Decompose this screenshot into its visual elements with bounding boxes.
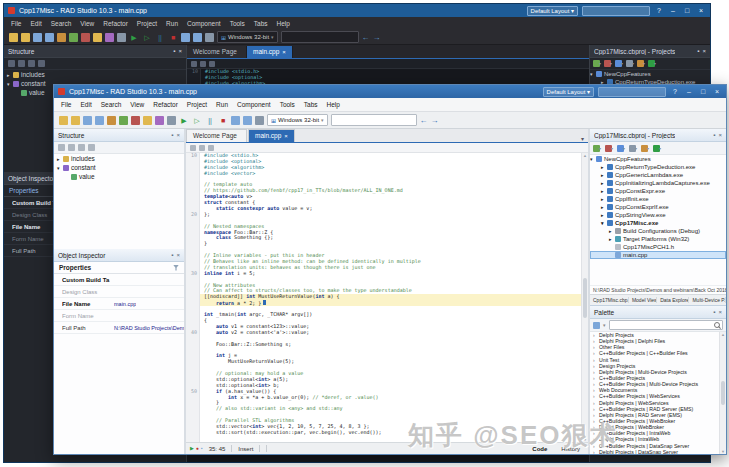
device-manager-icon[interactable]	[255, 116, 264, 125]
projects-tool[interactable]: ▾	[615, 60, 623, 67]
maximize-button[interactable]: □	[698, 88, 708, 96]
tab-close-icon[interactable]: ×	[282, 46, 286, 58]
palette-search-input[interactable]	[609, 320, 723, 330]
navigate-back-icon[interactable]: ←	[420, 116, 428, 125]
project-tree-item[interactable]: ▸Build Configurations (Debug)	[590, 227, 726, 235]
menu-item[interactable]: Tools	[230, 20, 245, 27]
menu-item[interactable]: Component	[237, 101, 271, 108]
close-button[interactable]: ×	[696, 7, 706, 15]
menu-item[interactable]: Search	[101, 101, 122, 108]
menu-item[interactable]: Project	[187, 101, 207, 108]
projects-tool[interactable]: ▾	[629, 145, 637, 152]
tree-item[interactable]: ▸includes	[4, 70, 186, 79]
editor-tool-icon[interactable]	[190, 145, 196, 151]
editor-tool-icon[interactable]	[209, 61, 215, 67]
property-row[interactable]: File Namemain.cpp	[54, 298, 184, 310]
close-icon[interactable]: ×	[176, 252, 180, 258]
menu-item[interactable]: Tabs	[254, 20, 268, 27]
projects-tool[interactable]: ▾	[604, 60, 612, 67]
menu-item[interactable]: Search	[51, 20, 72, 27]
close-icon[interactable]: ×	[718, 132, 722, 138]
open-file-icon[interactable]	[71, 116, 80, 125]
property-row[interactable]: Full PathN:\RAD Studio Projects\Demos an…	[54, 322, 184, 334]
minimize-button[interactable]: –	[684, 88, 694, 96]
compile-icon[interactable]	[167, 116, 176, 125]
menu-item[interactable]: Help	[277, 20, 290, 27]
menu-item[interactable]: File	[61, 101, 71, 108]
property-row[interactable]: Design Class	[54, 286, 184, 298]
maximize-button[interactable]: □	[682, 7, 692, 15]
add-to-project-icon[interactable]	[69, 33, 78, 42]
projects-tool[interactable]: ▾	[641, 145, 649, 152]
stop-icon[interactable]: ■	[168, 33, 178, 42]
projects-tool[interactable]: ▾	[593, 145, 601, 152]
menu-item[interactable]: Edit	[30, 20, 41, 27]
editor-tool-icon[interactable]	[208, 145, 214, 151]
projects-tool[interactable]: ▾	[653, 145, 661, 152]
projects-view-tab[interactable]: Cpp17Misc.cbp...	[590, 297, 629, 303]
pin-icon[interactable]: ▪	[713, 132, 715, 138]
projects-tool[interactable]: ▾	[637, 60, 645, 67]
refresh-icon[interactable]	[88, 144, 95, 151]
new-items-icon[interactable]	[59, 116, 68, 125]
property-row[interactable]: Custom Build Ta	[54, 274, 184, 286]
new-form-icon[interactable]	[93, 33, 102, 42]
pause-icon[interactable]: ||	[205, 116, 215, 125]
run-icon[interactable]: ▶	[129, 33, 139, 42]
projects-tool[interactable]: ▾	[617, 145, 625, 152]
trace-into-icon[interactable]	[193, 33, 202, 42]
expand-icon[interactable]	[8, 60, 15, 67]
pin-icon[interactable]: ▪	[173, 48, 175, 54]
search-combo[interactable]	[331, 114, 417, 126]
package-icon[interactable]	[155, 116, 164, 125]
remove-from-project-icon[interactable]	[81, 33, 90, 42]
projects-tool[interactable]: ▾	[626, 60, 634, 67]
platform-combo[interactable]: ⊞Windows 32-bit▾	[267, 114, 328, 126]
save-all-icon[interactable]	[45, 33, 54, 42]
project-tree-item[interactable]: Cpp17MiscPCH1.h	[590, 243, 726, 251]
package-icon[interactable]	[105, 33, 114, 42]
project-tree-item[interactable]: main.cpp	[590, 251, 726, 259]
run-without-debugging-icon[interactable]: ▷	[192, 116, 202, 125]
close-icon[interactable]: ×	[702, 48, 706, 54]
compile-icon[interactable]	[117, 33, 126, 42]
pin-icon[interactable]: ▪	[171, 132, 173, 138]
editor-tab[interactable]: main.cpp×	[247, 46, 293, 58]
menu-item[interactable]: Run	[216, 101, 228, 108]
help-button[interactable]: ?	[670, 88, 680, 96]
collapse-icon[interactable]	[68, 144, 75, 151]
code-editor[interactable]: 10#include <stdio.h>#include <optional>#…	[186, 153, 581, 442]
run-without-debugging-icon[interactable]: ▷	[142, 33, 152, 42]
editor-tool-icon[interactable]	[199, 145, 205, 151]
close-icon[interactable]: ×	[178, 48, 182, 54]
menu-item[interactable]: Tabs	[304, 101, 318, 108]
layout-combo[interactable]: Default Layout ▾	[527, 6, 578, 16]
projects-tool[interactable]: ▾	[648, 60, 656, 67]
minimize-button[interactable]: –	[668, 7, 678, 15]
project-tree-item[interactable]: ▾NewCppFeatures	[590, 155, 726, 163]
collapse-icon[interactable]	[18, 60, 25, 67]
project-tree-item[interactable]: ▾NewCppFeatures	[590, 70, 710, 78]
device-manager-icon[interactable]	[205, 33, 214, 42]
menu-item[interactable]: Component	[187, 20, 221, 27]
project-tree-item[interactable]: ▸CppConstExprIf.exe	[590, 203, 726, 211]
sort-icon[interactable]	[78, 144, 85, 151]
remove-from-project-icon[interactable]	[131, 116, 140, 125]
menu-item[interactable]: Project	[137, 20, 157, 27]
projects-view-tab[interactable]: Model View	[629, 297, 657, 303]
editor-tab[interactable]: Welcome Page	[186, 129, 247, 142]
refresh-icon[interactable]	[38, 60, 45, 67]
menu-item[interactable]: Run	[166, 20, 178, 27]
layout-combo[interactable]: Default Layout ▾	[543, 87, 594, 97]
pin-icon[interactable]: ▪	[697, 48, 699, 54]
project-tree-item[interactable]: ▸CppIfInit.exe	[590, 195, 726, 203]
projects-tool[interactable]: ▾	[593, 60, 601, 67]
navigate-back-icon[interactable]: ←	[362, 33, 370, 42]
pin-icon[interactable]: ▪	[713, 309, 715, 315]
step-over-icon[interactable]	[181, 33, 190, 42]
menu-item[interactable]: View	[80, 20, 94, 27]
editor-tab[interactable]: main.cpp×	[248, 129, 295, 142]
menu-item[interactable]: Refactor	[103, 20, 128, 27]
property-row[interactable]: Form Name	[54, 310, 184, 322]
ide-search-input[interactable]	[582, 6, 650, 16]
